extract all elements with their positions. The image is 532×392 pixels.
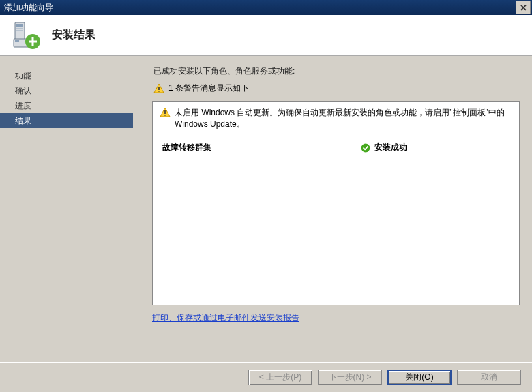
window-title: 添加功能向导 — [4, 2, 53, 14]
sidebar-item-confirm[interactable]: 确认 — [0, 83, 133, 98]
svg-rect-1 — [16, 24, 23, 27]
warning-summary-text: 1 条警告消息显示如下 — [168, 82, 249, 94]
svg-rect-2 — [16, 28, 23, 29]
feature-result-row: 故障转移群集 安装成功 — [160, 140, 512, 155]
window-close-button[interactable]: ✕ — [516, 1, 531, 14]
warning-summary-row: 1 条警告消息显示如下 — [153, 82, 520, 94]
report-link-row: 打印、保存或通过电子邮件发送安装报告 — [152, 312, 520, 324]
svg-point-13 — [361, 143, 370, 152]
report-link[interactable]: 打印、保存或通过电子邮件发送安装报告 — [152, 313, 299, 322]
sidebar-item-results[interactable]: 结果 — [0, 113, 133, 128]
feature-status: 安装成功 — [374, 142, 407, 153]
close-icon: ✕ — [520, 3, 527, 13]
windows-update-warning: 未启用 Windows 自动更新。为确保自动更新最新安装的角色或功能，请启用"控… — [160, 107, 512, 136]
cancel-button: 取消 — [457, 370, 521, 385]
svg-rect-5 — [15, 40, 19, 42]
success-icon — [361, 143, 370, 153]
svg-rect-12 — [164, 115, 166, 116]
warning-icon — [160, 107, 171, 118]
close-button[interactable]: 关闭(O) — [387, 370, 452, 385]
warning-icon — [153, 83, 164, 94]
svg-rect-3 — [16, 30, 23, 31]
windows-update-warning-text: 未启用 Windows 自动更新。为确保自动更新最新安装的角色或功能，请启用"控… — [175, 107, 512, 130]
wizard-icon — [12, 21, 41, 50]
sidebar-item-progress[interactable]: 进度 — [0, 98, 133, 113]
wizard-footer: < 上一步(P) 下一步(N) > 关闭(O) 取消 — [0, 362, 532, 392]
wizard-header: 安装结果 — [0, 15, 532, 56]
feature-name: 故障转移群集 — [162, 142, 211, 153]
svg-rect-10 — [158, 91, 160, 92]
wizard-main: 已成功安装以下角色、角色服务或功能: 1 条警告消息显示如下 — [133, 56, 532, 362]
titlebar: 添加功能向导 ✕ — [0, 0, 532, 15]
results-panel: 未启用 Windows 自动更新。为确保自动更新最新安装的角色或功能，请启用"控… — [152, 101, 520, 305]
sidebar-item-features[interactable]: 功能 — [0, 68, 133, 83]
wizard-sidebar: 功能 确认 进度 结果 — [0, 56, 133, 362]
page-title: 安装结果 — [52, 28, 95, 42]
next-button: 下一步(N) > — [318, 370, 382, 385]
svg-rect-8 — [32, 37, 34, 46]
svg-rect-11 — [164, 110, 166, 114]
svg-rect-9 — [158, 87, 160, 90]
intro-text: 已成功安装以下角色、角色服务或功能: — [153, 65, 520, 77]
back-button: < 上一步(P) — [248, 370, 312, 385]
